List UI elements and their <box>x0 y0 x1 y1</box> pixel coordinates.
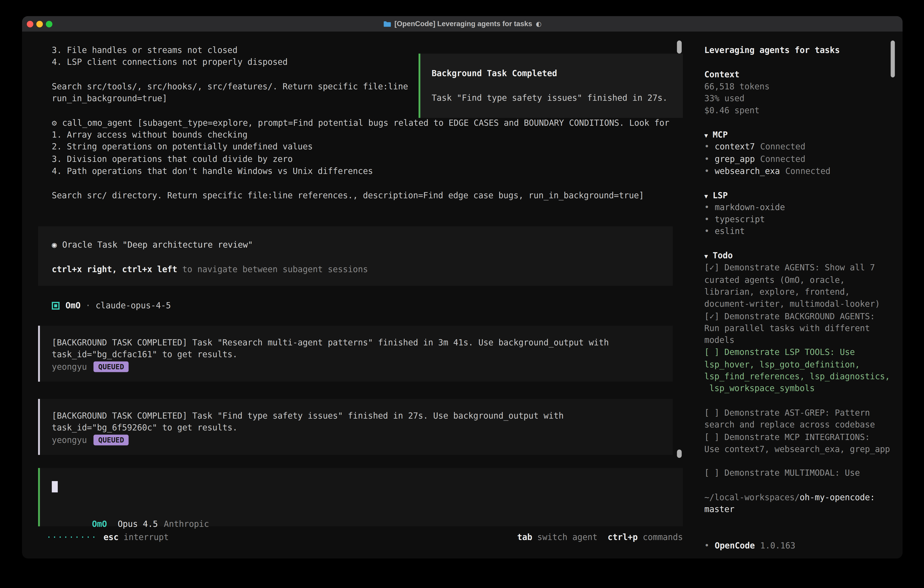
mcp-item: •grep_appConnected <box>705 153 901 165</box>
oracle-task-title-line: ◉Oracle Task "Deep architecture review" <box>52 239 673 251</box>
agent-header: OmO · claude-opus-4-5 <box>52 299 171 312</box>
status-bar-right: tab switch agentctrl+p commands <box>517 531 683 543</box>
context-spent: $0.46 spent <box>705 105 901 117</box>
notification-title: Background Task Completed <box>432 67 683 79</box>
input-meta: OmOOpus 4.5Anthropic <box>52 506 683 518</box>
traffic-lights <box>27 16 53 31</box>
tool-call-text: call_omo_agent [subagent_type=explore, p… <box>62 118 669 127</box>
terminal-line: Search src/ directory. Return specific f… <box>52 189 685 201</box>
todo-item-line: [ ] Demonstrate MULTIMODAL: Use <box>705 467 901 479</box>
message-block: [BACKGROUND TASK COMPLETED] Task "Resear… <box>38 325 673 382</box>
notification-body: Task "Find type safety issues" finished … <box>432 91 683 104</box>
oracle-task-panel: ◉Oracle Task "Deep architecture review" … <box>38 226 673 286</box>
window-title: [OpenCode] Leveraging agents for tasks ◐ <box>383 16 541 31</box>
todo-item-line: [✓] Demonstrate AGENTS: Show all 7 <box>705 261 901 274</box>
bug-list-line: 3. Division operations that could divide… <box>52 153 685 165</box>
message-footer: yeongyuQUEUED <box>52 361 673 373</box>
commands-key-label: commands <box>638 531 683 543</box>
lsp-section-label: LSP <box>713 190 728 200</box>
todo-item-line: librarian, explore, frontend, <box>705 286 901 298</box>
tab-key-hint: tab <box>517 531 532 543</box>
bug-list-line: 4. Path operations that don't handle Win… <box>52 165 685 177</box>
todo-item-line: lsp_workspace_symbols <box>705 382 901 395</box>
chevron-down-icon: ▼ <box>705 132 708 139</box>
todo-item-line: [ ] Demonstrate LSP TOOLS: Use <box>705 346 901 358</box>
context-header: Context <box>705 68 901 80</box>
active-agent-label: OmO <box>92 519 107 529</box>
todo-item-line: [ ] Demonstrate AST-GREP: Pattern <box>705 406 901 419</box>
message-footer: yeongyuQUEUED <box>52 434 673 446</box>
message-line: task_id="bg_6f59260c" to get results. <box>52 422 673 434</box>
todo-item-line: lsp_hover, lsp_goto_definition, <box>705 358 901 370</box>
main-scrollbar-thumb[interactable] <box>677 40 681 54</box>
agent-model: claude-opus-4-5 <box>96 299 171 312</box>
commands-key-hint: ctrl+p <box>607 531 637 543</box>
bullet-icon: • <box>705 166 710 176</box>
activity-dots: ········· <box>46 531 97 543</box>
status-bar: ········· esc interrupt tab switch agent… <box>38 531 683 543</box>
bullet-icon: • <box>705 541 710 550</box>
bullet-icon: • <box>705 202 710 212</box>
todo-section-label: Todo <box>713 251 733 260</box>
prompt-input[interactable]: OmOOpus 4.5Anthropic <box>38 468 683 526</box>
status-badge: QUEUED <box>94 434 129 445</box>
stage: [OpenCode] Leveraging agents for tasks ◐… <box>0 0 924 588</box>
bug-list-line: 1. Array access without bounds checking <box>52 129 685 141</box>
bullet-icon: • <box>705 142 710 152</box>
opencode-terminal-window: [OpenCode] Leveraging agents for tasks ◐… <box>22 16 903 559</box>
text-cursor <box>52 481 58 492</box>
mcp-section-label: MCP <box>713 130 728 139</box>
todo-item-line: lsp_find_references, lsp_diagnostics, <box>705 370 901 382</box>
session-state-icon: ◐ <box>536 20 541 28</box>
active-model-label: Opus 4.5 <box>118 519 158 529</box>
workspace-branch: master <box>705 503 901 515</box>
tool-call-line: ⚙call_omo_agent [subagent_type=explore, … <box>52 117 685 129</box>
window-title-text: [OpenCode] Leveraging agents for tasks <box>394 20 532 28</box>
esc-key-hint: esc <box>104 531 119 543</box>
esc-key-label: interrupt <box>119 531 169 543</box>
provider-label: Anthropic <box>164 519 209 529</box>
background-task-notification: Background Task Completed Task "Find typ… <box>419 54 683 118</box>
chevron-down-icon: ▼ <box>705 193 708 199</box>
oracle-task-title: Oracle Task "Deep architecture review" <box>62 240 253 249</box>
todo-item-line: [ ] Demonstrate MCP INTEGRATIONS: <box>705 431 901 443</box>
opencode-name: OpenCode <box>714 541 755 550</box>
context-tokens: 66,518 tokens <box>705 80 901 92</box>
todo-section-header[interactable]: ▼Todo <box>705 249 901 261</box>
message-author: yeongyu <box>52 362 87 371</box>
todo-item-line: Use context7, websearch_exa, grep_app <box>705 443 901 455</box>
message-line: task_id="bg_dcfac161" to get results. <box>52 349 673 361</box>
opencode-version: •OpenCode1.0.163 <box>705 540 901 552</box>
bullet-icon: • <box>705 154 710 164</box>
zoom-window-button[interactable] <box>46 20 53 27</box>
keybinding-label: ctrl+x right, ctrl+x left <box>52 264 177 274</box>
todo-item-line: curated agents (OmO, oracle, <box>705 274 901 286</box>
agent-icon <box>52 302 59 309</box>
tab-key-label: switch agent <box>532 531 597 543</box>
lsp-section-header[interactable]: ▼LSP <box>705 189 901 201</box>
lsp-item: •markdown-oxide <box>705 201 901 213</box>
todo-item-line: models <box>705 334 901 346</box>
todo-item-line: search and replace across codebase <box>705 419 901 431</box>
lsp-item: •typescript <box>705 213 901 225</box>
separator-dot: · <box>81 299 96 312</box>
mcp-item: •websearch_exaConnected <box>705 165 901 177</box>
todo-item-line: [✓] Demonstrate BACKGROUND AGENTS: <box>705 310 901 322</box>
todo-item-line: Run parallel tasks with different <box>705 322 901 334</box>
main-scrollbar-thumb[interactable] <box>677 449 681 458</box>
context-used: 33% used <box>705 92 901 104</box>
window-titlebar[interactable]: [OpenCode] Leveraging agents for tasks ◐ <box>22 16 903 31</box>
close-window-button[interactable] <box>27 20 33 27</box>
status-badge: QUEUED <box>94 361 129 372</box>
mcp-section-header[interactable]: ▼MCP <box>705 129 901 141</box>
message-line: [BACKGROUND TASK COMPLETED] Task "Find t… <box>52 410 673 422</box>
minimize-window-button[interactable] <box>36 20 43 27</box>
bullet-icon: • <box>705 215 710 224</box>
folder-icon <box>383 20 391 27</box>
gear-icon: ⚙ <box>52 118 57 127</box>
opencode-version-number: 1.0.163 <box>760 541 795 550</box>
workspace-path: ~/local-workspaces/oh-my-opencode: <box>705 491 901 503</box>
agent-name: OmO <box>66 299 81 312</box>
bullet-icon: • <box>705 226 710 236</box>
subagent-navigation-hint: ctrl+x right, ctrl+x left to navigate be… <box>52 263 673 275</box>
